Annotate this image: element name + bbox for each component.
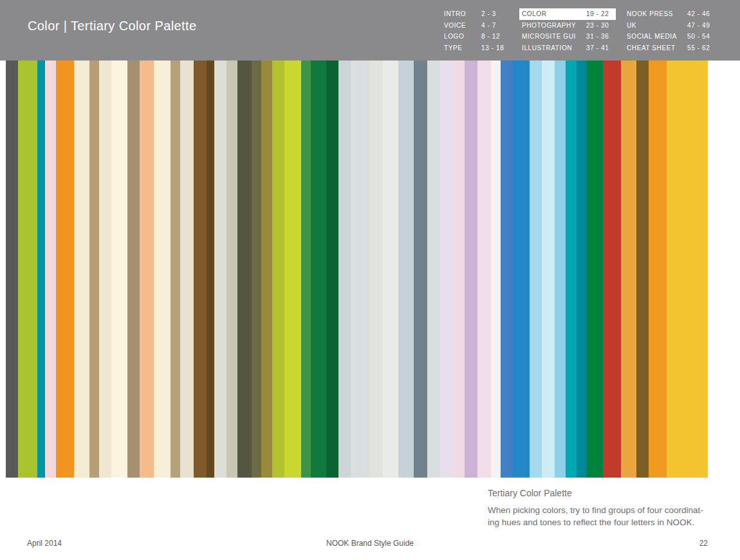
color-stripe bbox=[477, 61, 492, 478]
toc-label: UK bbox=[627, 20, 687, 32]
color-stripe bbox=[311, 61, 326, 478]
toc-label: LOGO bbox=[444, 31, 481, 42]
toc-label: COLOR bbox=[522, 8, 586, 20]
toc-item-logo[interactable]: LOGO 8 - 12 bbox=[444, 31, 508, 42]
color-stripe bbox=[99, 61, 111, 478]
caption-block: Tertiary Color Palette When picking colo… bbox=[488, 488, 721, 528]
color-stripe bbox=[501, 61, 513, 478]
color-stripe bbox=[513, 61, 530, 478]
color-stripe bbox=[272, 61, 284, 478]
toc-pages: 50 - 54 bbox=[687, 31, 714, 42]
toc-item-nook-press[interactable]: NOOK PRESS 42 - 46 bbox=[627, 8, 714, 20]
color-stripe bbox=[127, 61, 140, 478]
color-stripe bbox=[89, 61, 99, 478]
toc-nav: INTRO 2 - 3 VOICE 4 - 7 LOGO 8 - 12 TYPE… bbox=[444, 8, 714, 53]
toc-item-type[interactable]: TYPE 13 - 18 bbox=[444, 42, 508, 54]
caption-body-line1: When picking colors, try to find groups … bbox=[488, 504, 721, 516]
color-stripe bbox=[440, 61, 452, 478]
color-stripe bbox=[351, 61, 369, 478]
color-stripe bbox=[398, 61, 414, 478]
color-stripe bbox=[649, 61, 667, 478]
footer: April 2014 NOOK Brand Style Guide 22 bbox=[0, 539, 740, 550]
color-stripe bbox=[252, 61, 261, 478]
toc-item-color-active[interactable]: COLOR 19 - 22 bbox=[519, 8, 616, 20]
color-stripe bbox=[621, 61, 636, 478]
color-stripe bbox=[301, 61, 311, 478]
color-stripe bbox=[111, 61, 127, 478]
color-stripe bbox=[237, 61, 252, 478]
color-stripe bbox=[140, 61, 154, 478]
toc-label: ILLUSTRATION bbox=[522, 42, 586, 54]
color-stripe bbox=[465, 61, 477, 478]
page-edge-strip bbox=[6, 61, 18, 478]
toc-item-voice[interactable]: VOICE 4 - 7 bbox=[444, 20, 508, 32]
color-stripe bbox=[577, 61, 586, 478]
toc-item-uk[interactable]: UK 47 - 49 bbox=[627, 20, 714, 32]
caption-title: Tertiary Color Palette bbox=[488, 488, 721, 498]
toc-column-2: COLOR 19 - 22 PHOTOGRAPHY 23 - 30 MICROS… bbox=[522, 8, 613, 53]
toc-label: VOICE bbox=[444, 20, 481, 32]
toc-pages: 19 - 22 bbox=[586, 8, 613, 20]
color-stripe bbox=[180, 61, 194, 478]
toc-pages: 55 - 62 bbox=[687, 42, 714, 54]
color-stripe bbox=[414, 61, 428, 478]
toc-column-1: INTRO 2 - 3 VOICE 4 - 7 LOGO 8 - 12 TYPE… bbox=[444, 8, 508, 53]
color-stripe bbox=[171, 61, 180, 478]
color-stripe bbox=[338, 61, 351, 478]
color-stripe bbox=[37, 61, 45, 478]
toc-pages: 31 - 36 bbox=[586, 31, 613, 42]
toc-item-intro[interactable]: INTRO 2 - 3 bbox=[444, 8, 508, 20]
toc-pages: 13 - 18 bbox=[481, 42, 508, 54]
color-stripe bbox=[194, 61, 206, 478]
color-stripe bbox=[383, 61, 398, 478]
toc-label: MICROSITE GUI bbox=[522, 31, 586, 42]
caption-body: When picking colors, try to find groups … bbox=[488, 504, 721, 528]
color-stripe bbox=[207, 61, 214, 478]
toc-pages: 4 - 7 bbox=[481, 20, 508, 32]
toc-label: CHEAT SHEET bbox=[627, 42, 687, 54]
toc-label: NOOK PRESS bbox=[627, 8, 687, 20]
color-stripe bbox=[542, 61, 554, 478]
color-stripe bbox=[555, 61, 566, 478]
color-stripe bbox=[491, 61, 501, 478]
color-stripe bbox=[284, 61, 301, 478]
color-stripe bbox=[603, 61, 621, 478]
palette-area bbox=[0, 61, 740, 478]
color-stripe bbox=[214, 61, 227, 478]
toc-pages: 8 - 12 bbox=[481, 31, 508, 42]
toc-label: TYPE bbox=[444, 42, 481, 54]
color-stripe bbox=[74, 61, 89, 478]
color-stripe bbox=[369, 61, 384, 478]
toc-pages: 23 - 30 bbox=[586, 20, 613, 32]
toc-pages: 37 - 41 bbox=[586, 42, 613, 54]
color-stripe bbox=[636, 61, 649, 478]
color-stripe bbox=[45, 61, 56, 478]
footer-document-title: NOOK Brand Style Guide bbox=[0, 539, 740, 548]
color-stripe bbox=[667, 61, 708, 478]
color-stripe bbox=[452, 61, 465, 478]
toc-column-3: NOOK PRESS 42 - 46 UK 47 - 49 SOCIAL MED… bbox=[627, 8, 714, 53]
toc-pages: 47 - 49 bbox=[687, 20, 714, 32]
color-stripe bbox=[586, 61, 603, 478]
color-stripe bbox=[154, 61, 171, 478]
color-stripe bbox=[326, 61, 338, 478]
palette-stripes bbox=[18, 61, 708, 478]
page-title: Color | Tertiary Color Palette bbox=[28, 19, 196, 33]
toc-item-social-media[interactable]: SOCIAL MEDIA 50 - 54 bbox=[627, 31, 714, 42]
header-bar: Color | Tertiary Color Palette INTRO 2 -… bbox=[0, 0, 740, 61]
toc-label: INTRO bbox=[444, 8, 481, 20]
toc-item-microsite-gui[interactable]: MICROSITE GUI 31 - 36 bbox=[522, 31, 613, 42]
toc-pages: 2 - 3 bbox=[481, 8, 508, 20]
toc-label: SOCIAL MEDIA bbox=[627, 31, 687, 42]
color-stripe bbox=[530, 61, 542, 478]
color-stripe bbox=[261, 61, 272, 478]
style-guide-page: Color | Tertiary Color Palette INTRO 2 -… bbox=[0, 0, 740, 560]
color-stripe bbox=[18, 61, 37, 478]
toc-item-cheat-sheet[interactable]: CHEAT SHEET 55 - 62 bbox=[627, 42, 714, 54]
color-stripe bbox=[566, 61, 577, 478]
color-stripe bbox=[427, 61, 439, 478]
toc-item-illustration[interactable]: ILLUSTRATION 37 - 41 bbox=[522, 42, 613, 54]
toc-item-photography[interactable]: PHOTOGRAPHY 23 - 30 bbox=[522, 20, 613, 32]
color-stripe bbox=[227, 61, 237, 478]
toc-pages: 42 - 46 bbox=[687, 8, 714, 20]
